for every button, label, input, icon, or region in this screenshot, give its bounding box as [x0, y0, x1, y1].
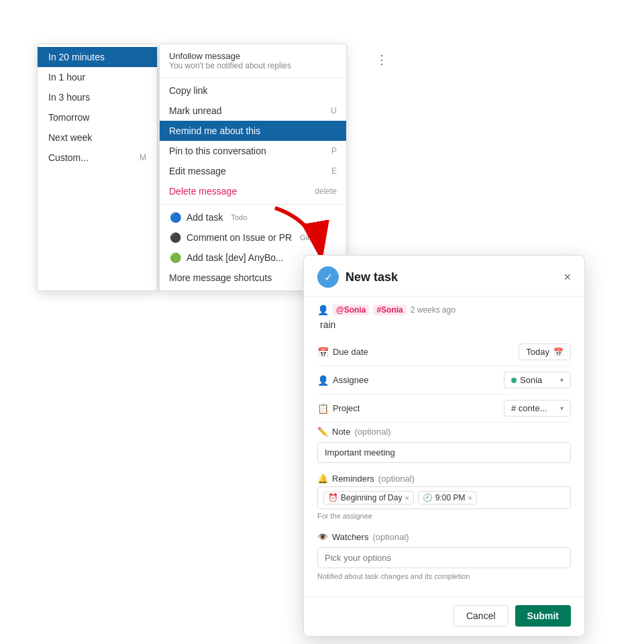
- watchers-label: 👁️ Watchers (optional): [317, 532, 571, 542]
- menu-item-pin[interactable]: Pin to this conversation P: [160, 141, 346, 161]
- main-context-menu: Unfollow message You won't be notified a…: [159, 44, 347, 291]
- submenu-item-3hours[interactable]: In 3 hours: [38, 87, 157, 107]
- menu-item-mark-unread[interactable]: Mark unread U: [160, 101, 346, 121]
- beginning-of-day-icon: ⏰: [328, 493, 338, 502]
- task-modal-icon: ✓: [317, 266, 339, 288]
- assignee-icon: 👤: [317, 375, 329, 386]
- reminder-tag-9pm: 🕘 9:00 PM ×: [418, 491, 477, 504]
- project-select[interactable]: # conte... ▾: [504, 400, 571, 417]
- modal-close-button[interactable]: ×: [564, 271, 571, 283]
- due-date-value: Today 📅: [391, 343, 571, 360]
- user-tag: @Sonia: [333, 305, 369, 315]
- watchers-hint: Notified about task changes and its comp…: [317, 572, 571, 580]
- assignee-select[interactable]: Sonia ▾: [504, 372, 571, 388]
- menu-item-edit[interactable]: Edit message E: [160, 161, 346, 181]
- due-date-button[interactable]: Today 📅: [519, 343, 571, 360]
- note-label: ✏️ Note (optional): [317, 427, 571, 437]
- project-row: 📋 Project # conte... ▾: [317, 394, 571, 423]
- project-label: 📋 Project: [317, 403, 391, 414]
- assignee-row: 👤 Assignee Sonia ▾: [317, 366, 571, 394]
- menu-item-remind[interactable]: Remind me about this ›: [160, 121, 346, 141]
- 9pm-close[interactable]: ×: [468, 494, 472, 502]
- for-assignee-text: For the assignee: [317, 512, 571, 520]
- submit-button[interactable]: Submit: [515, 605, 571, 627]
- menu-header-title: Unfollow message: [169, 51, 337, 61]
- three-dots-menu[interactable]: ⋮: [376, 52, 388, 67]
- modal-title: New task: [345, 270, 564, 284]
- modal-header: ✓ New task ×: [304, 256, 584, 297]
- reminder-tags-container: ⏰ Beginning of Day × 🕘 9:00 PM ×: [317, 486, 571, 509]
- menu-header: Unfollow message You won't be notified a…: [160, 47, 346, 74]
- watchers-icon: 👁️: [317, 532, 328, 542]
- submenu-item-tomorrow[interactable]: Tomorrow: [38, 107, 157, 127]
- task-meta: 👤 @Sonia #Sonia 2 weeks ago: [317, 305, 571, 315]
- cancel-button[interactable]: Cancel: [453, 605, 508, 627]
- todo-icon: 🔵: [169, 212, 181, 223]
- menu-divider-1: [160, 77, 346, 78]
- note-icon: ✏️: [317, 427, 328, 437]
- assignee-value: Sonia ▾: [391, 372, 571, 388]
- github-icon: ⚫: [169, 232, 181, 243]
- 9pm-icon: 🕘: [423, 493, 433, 502]
- dev-icon: 🟢: [169, 252, 181, 263]
- submenu-item-1hour[interactable]: In 1 hour: [38, 67, 157, 87]
- note-input[interactable]: [317, 442, 571, 463]
- menu-item-delete[interactable]: Delete message delete: [160, 181, 346, 201]
- assignee-status-dot: [511, 378, 517, 383]
- menu-item-add-task-todo[interactable]: 🔵 Add task Todo: [160, 207, 346, 227]
- beginning-of-day-close[interactable]: ×: [405, 494, 409, 502]
- submenu-time: In 20 minutes In 1 hour In 3 hours Tomor…: [37, 44, 158, 291]
- submenu-item-20min[interactable]: In 20 minutes: [38, 47, 157, 67]
- channel-tag: #Sonia: [373, 305, 406, 315]
- reminder-tag-beginning: ⏰ Beginning of Day ×: [323, 491, 414, 504]
- assignee-chevron-icon: ▾: [560, 376, 564, 384]
- task-content: rain: [317, 319, 571, 330]
- due-date-row: 📅 Due date Today 📅: [317, 338, 571, 366]
- menu-header-subtitle: You won't be notified about replies: [169, 61, 337, 70]
- watchers-section: 👁️ Watchers (optional) Notified about ta…: [317, 528, 571, 582]
- submenu-item-custom[interactable]: Custom... M: [38, 148, 157, 168]
- project-value: # conte... ▾: [391, 400, 571, 417]
- reminders-icon: 🔔: [317, 474, 328, 484]
- submenu-item-nextweek[interactable]: Next week: [38, 127, 157, 148]
- new-task-modal: ✓ New task × 👤 @Sonia #Sonia 2 weeks ago…: [303, 255, 585, 637]
- menu-divider-2: [160, 204, 346, 205]
- watchers-input[interactable]: [317, 547, 571, 568]
- context-menu-wrapper: In 20 minutes In 1 hour In 3 hours Tomor…: [37, 44, 347, 291]
- due-date-icon: 📅: [317, 347, 329, 358]
- modal-body: 👤 @Sonia #Sonia 2 weeks ago rain 📅 Due d…: [304, 297, 584, 592]
- modal-footer: Cancel Submit: [304, 596, 584, 636]
- project-icon: 📋: [317, 403, 329, 414]
- calendar-icon: 📅: [553, 347, 564, 357]
- project-chevron-icon: ▾: [560, 405, 564, 412]
- assignee-label: 👤 Assignee: [317, 375, 391, 386]
- reminders-section: 🔔 Reminders (optional) ⏰ Beginning of Da…: [317, 470, 571, 525]
- user-meta-icon: 👤: [317, 305, 329, 315]
- note-section: ✏️ Note (optional): [317, 423, 571, 467]
- menu-item-github[interactable]: ⚫ Comment on Issue or PR GitHub: [160, 227, 346, 248]
- reminders-label: 🔔 Reminders (optional): [317, 474, 571, 484]
- menu-item-copy-link[interactable]: Copy link: [160, 80, 346, 101]
- time-ago: 2 weeks ago: [411, 305, 455, 315]
- due-date-label: 📅 Due date: [317, 347, 391, 358]
